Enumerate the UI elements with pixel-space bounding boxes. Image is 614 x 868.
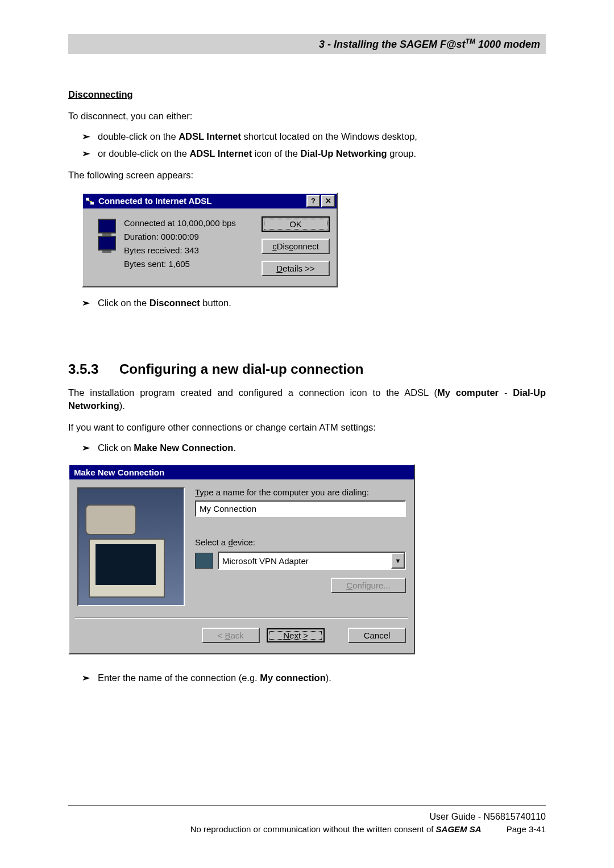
section-heading: 3.5.3Configuring a new dial-up connectio… xyxy=(68,361,546,377)
footer-page-number: Page 3-41 xyxy=(507,824,546,834)
monitor-icon xyxy=(98,219,116,233)
section-para1: The installation program created and con… xyxy=(68,386,546,414)
bullet-arrow-icon: ➢ xyxy=(82,671,98,685)
device-select-value: Microsoft VPN Adapter xyxy=(219,554,391,568)
bullet-click-disconnect: ➢ Click on the Disconnect button. xyxy=(82,297,546,310)
help-button[interactable]: ? xyxy=(306,195,320,207)
details-button[interactable]: Details >> xyxy=(262,261,330,276)
make-new-connection-label: Make New Connection xyxy=(134,443,233,453)
bullet-desktop-shortcut: ➢ double-click on the ADSL Internet shor… xyxy=(82,130,546,144)
text-fragment: shortcut located on the Windows desktop, xyxy=(241,131,417,141)
text-fragment: ). xyxy=(326,673,331,683)
my-computer-label: My computer xyxy=(437,387,499,398)
phone-icon xyxy=(85,504,136,535)
monitor-icon xyxy=(98,236,116,251)
dialup-networking-label: Dial-Up Networking xyxy=(300,148,387,158)
adsl-internet-label: ADSL Internet xyxy=(179,131,241,141)
text-fragment: or double-click on the xyxy=(98,148,189,158)
connected-dialog: Connected to Internet ADSL ? ✕ Connected… xyxy=(82,193,338,287)
wizard-titlebar: Make New Connection xyxy=(69,465,414,479)
cancel-button[interactable]: Cancel xyxy=(348,628,406,643)
device-field-label: Select a device: xyxy=(195,537,406,547)
bytes-received: Bytes received: 343 xyxy=(124,244,262,257)
disconnect-label: Disconnect xyxy=(150,298,200,308)
connection-icon xyxy=(85,197,95,206)
name-field-label: Type a name for the computer you are dia… xyxy=(195,487,406,497)
chapter-header: 3 - Installing the SAGEM F@stTM 1000 mod… xyxy=(68,34,546,54)
screen-icon xyxy=(96,544,156,585)
bullet-arrow-icon: ➢ xyxy=(82,297,98,310)
text-fragment: Click on the xyxy=(98,298,150,308)
configure-button[interactable]: Configure... xyxy=(331,578,406,593)
connection-status-icon xyxy=(90,216,124,276)
text-fragment: Click on xyxy=(98,443,134,453)
disconnecting-intro: To disconnect, you can either: xyxy=(68,110,546,123)
connected-duration: Duration: 000:00:09 xyxy=(124,230,262,244)
connected-title: Connected to Internet ADSL xyxy=(98,196,305,206)
section-number: 3.5.3 xyxy=(68,361,119,377)
ok-button[interactable]: OK xyxy=(262,216,330,232)
svg-rect-0 xyxy=(86,198,89,201)
text-fragment: - xyxy=(499,387,513,398)
page-footer: User Guide - N56815740110 No reproductio… xyxy=(68,806,546,834)
footer-sagem: SAGEM SA xyxy=(436,824,482,834)
text-fragment: ). xyxy=(119,400,125,411)
following-screen-text: The following screen appears: xyxy=(68,169,546,182)
text-fragment: . xyxy=(233,443,236,453)
section-title: Configuring a new dial-up connection xyxy=(119,361,363,377)
wizard-illustration xyxy=(77,487,185,606)
text-fragment: icon of the xyxy=(252,148,300,158)
header-suffix: 1000 modem xyxy=(475,39,540,50)
next-button[interactable]: Next > xyxy=(267,628,325,642)
text-fragment: button. xyxy=(200,298,231,308)
make-new-connection-dialog: Make New Connection Type a name for the … xyxy=(68,464,415,654)
bullet-dialup-networking: ➢ or double-click on the ADSL Internet i… xyxy=(82,147,546,161)
text-fragment: group. xyxy=(387,148,416,158)
disconnecting-heading: Disconnecting xyxy=(68,88,546,102)
section-para2: If you want to configure other connectio… xyxy=(68,421,546,435)
connection-name-input[interactable] xyxy=(195,500,406,517)
bullet-arrow-icon: ➢ xyxy=(82,130,98,144)
connected-titlebar: Connected to Internet ADSL ? ✕ xyxy=(83,194,337,208)
device-select[interactable]: Microsoft VPN Adapter ▼ xyxy=(218,552,406,570)
close-button[interactable]: ✕ xyxy=(321,195,335,207)
bytes-sent: Bytes sent: 1,605 xyxy=(124,257,262,271)
footer-reproduction: No reproduction or communication without… xyxy=(190,824,436,834)
footer-user-guide: User Guide - N56815740110 xyxy=(68,812,546,822)
text-fragment: Enter the name of the connection (e.g. xyxy=(98,673,260,683)
bullet-enter-name: ➢ Enter the name of the connection (e.g.… xyxy=(82,671,546,685)
svg-rect-1 xyxy=(90,202,94,205)
my-connection-label: My connection xyxy=(260,673,326,683)
text-fragment: double-click on the xyxy=(98,131,179,141)
text-fragment: The installation program created and con… xyxy=(68,387,437,398)
dropdown-button[interactable]: ▼ xyxy=(391,553,405,569)
header-prefix: 3 - Installing the SAGEM F@st xyxy=(319,39,466,50)
device-icon xyxy=(195,553,213,569)
bullet-make-new-connection: ➢ Click on Make New Connection. xyxy=(82,441,546,455)
bullet-arrow-icon: ➢ xyxy=(82,147,98,161)
back-button[interactable]: < Back xyxy=(202,628,260,643)
header-tm: TM xyxy=(466,37,475,45)
bullet-arrow-icon: ➢ xyxy=(82,441,98,455)
connected-speed: Connected at 10,000,000 bps xyxy=(124,216,262,230)
adsl-internet-label: ADSL Internet xyxy=(189,148,252,158)
disconnect-button[interactable]: cDisconnectDisconnect xyxy=(262,239,330,254)
